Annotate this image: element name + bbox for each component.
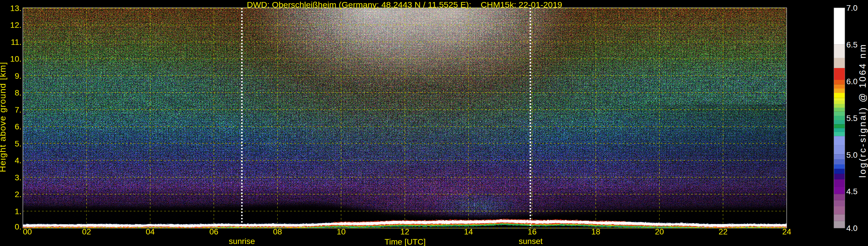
svg-text:6.0: 6.0 (846, 77, 858, 86)
svg-text:10: 10 (337, 227, 345, 236)
svg-text:9.: 9. (15, 71, 22, 81)
svg-text:18: 18 (591, 227, 600, 236)
svg-text:0.: 0. (15, 222, 22, 231)
svg-text:6.5: 6.5 (846, 40, 858, 49)
svg-text:22: 22 (718, 227, 727, 236)
svg-text:2.: 2. (15, 190, 22, 199)
svg-text:16: 16 (527, 227, 536, 236)
svg-text:7.: 7. (15, 105, 22, 114)
svg-text:08: 08 (273, 227, 282, 236)
svg-text:5.0: 5.0 (846, 151, 858, 159)
svg-text:Time [UTC]: Time [UTC] (384, 237, 426, 246)
svg-text:8.: 8. (15, 88, 22, 97)
svg-text:06: 06 (209, 227, 218, 236)
svg-text:6.: 6. (15, 122, 22, 131)
svg-text:4.: 4. (15, 156, 22, 165)
svg-text:13.: 13. (10, 4, 22, 13)
svg-text:10.: 10. (10, 54, 22, 63)
svg-text:sunrise: sunrise (229, 237, 255, 246)
svg-text:14: 14 (464, 227, 473, 236)
svg-text:Height above ground [km]: Height above ground [km] (0, 62, 7, 172)
svg-text:12: 12 (400, 227, 409, 236)
svg-text:12.: 12. (10, 21, 22, 30)
svg-text:00: 00 (23, 227, 32, 236)
svg-text:4.0: 4.0 (846, 224, 858, 233)
svg-text:11.: 11. (11, 38, 22, 47)
svg-text:7.0: 7.0 (846, 3, 858, 12)
svg-text:5.5: 5.5 (846, 114, 858, 123)
svg-text:04: 04 (146, 227, 155, 236)
svg-text:sunset: sunset (519, 237, 543, 246)
svg-text:DWD: Oberschleißheim (Germany;: DWD: Oberschleißheim (Germany; 48.2443 N… (247, 0, 562, 9)
svg-text:1.: 1. (15, 207, 22, 216)
svg-text:24: 24 (782, 227, 791, 236)
svg-text:02: 02 (82, 227, 91, 236)
svg-text:5.: 5. (15, 139, 22, 148)
svg-text:20: 20 (655, 227, 664, 236)
svg-text:4.5: 4.5 (846, 187, 858, 196)
svg-text:3.: 3. (15, 173, 22, 182)
